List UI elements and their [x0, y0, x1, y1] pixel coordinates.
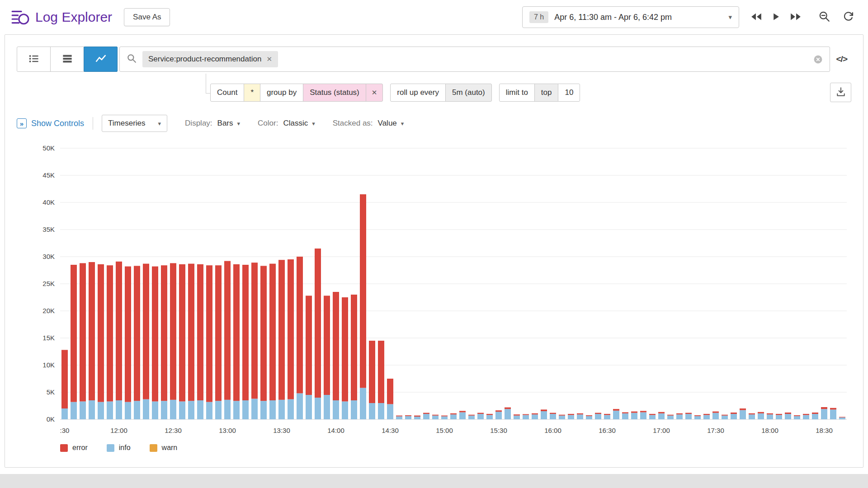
timeseries-chart[interactable]: 0K5K10K15K20K25K30K35K40K45K50K:3012:001…: [17, 144, 851, 442]
stacked-select[interactable]: Value ▾: [378, 119, 404, 128]
chart-legend: errorinfowarn: [60, 444, 851, 452]
query-connector-line: [206, 74, 210, 94]
query-limit-mode[interactable]: top: [534, 84, 559, 102]
line-chart-icon: [95, 53, 107, 66]
query-limit-value[interactable]: 10: [558, 84, 580, 102]
color-control: Color: Classic ▾: [258, 119, 315, 128]
svg-text:50K: 50K: [42, 144, 55, 152]
svg-text:20K: 20K: [42, 307, 55, 314]
datadog-logo-icon[interactable]: [11, 8, 30, 27]
play-icon: [772, 13, 780, 22]
query-groupby-label[interactable]: group by: [260, 84, 303, 102]
page-title: Log Explorer: [35, 9, 112, 25]
svg-text:15K: 15K: [42, 334, 55, 342]
display-control: Display: Bars ▾: [185, 119, 240, 128]
zoom-button[interactable]: [816, 8, 833, 27]
refresh-button[interactable]: [840, 8, 857, 27]
chart-controls-row: » Show Controls Timeseries ▾ Display: Ba…: [17, 115, 851, 132]
export-icon: [836, 87, 846, 98]
display-select[interactable]: Bars ▾: [217, 119, 241, 128]
time-step-back-button[interactable]: [747, 9, 765, 25]
svg-text:15:30: 15:30: [490, 427, 507, 434]
remove-groupby-icon[interactable]: ✕: [366, 84, 383, 102]
log-explorer-panel: Service:product-recommendation ✕ </> Cou…: [5, 34, 863, 468]
save-as-button[interactable]: Save As: [124, 8, 170, 26]
export-button[interactable]: [830, 83, 851, 102]
svg-text:12:00: 12:00: [110, 427, 127, 434]
query-pill-groups: Count * group by Status (status) ✕ roll …: [210, 84, 580, 102]
svg-text:13:30: 13:30: [273, 427, 290, 434]
query-row: Count * group by Status (status) ✕ roll …: [17, 83, 851, 102]
svg-text:0K: 0K: [47, 415, 55, 423]
svg-text::30: :30: [60, 427, 70, 434]
remove-filter-icon[interactable]: ✕: [266, 55, 272, 63]
color-label: Color:: [258, 119, 278, 128]
stacked-label: Stacked as:: [333, 119, 373, 128]
svg-text:18:30: 18:30: [816, 427, 833, 434]
query-rollup-group: roll up every 5m (auto): [390, 84, 491, 102]
double-arrow-right-icon: [790, 13, 802, 22]
refresh-icon: [843, 11, 854, 23]
legend-label-info: info: [119, 444, 131, 452]
color-value: Classic: [283, 119, 308, 128]
chart-type-select[interactable]: Timeseries ▾: [102, 115, 167, 132]
warn-swatch-icon: [150, 444, 157, 452]
legend-item-info[interactable]: info: [107, 444, 131, 452]
display-value: Bars: [217, 119, 233, 128]
view-chart-button[interactable]: [84, 47, 118, 72]
query-limit-group: limit to top 10: [499, 84, 580, 102]
svg-text:15:00: 15:00: [436, 427, 453, 434]
info-swatch-icon: [107, 444, 114, 452]
svg-text:10K: 10K: [42, 361, 55, 369]
legend-item-error[interactable]: error: [60, 444, 88, 452]
svg-text:40K: 40K: [42, 198, 55, 206]
double-arrow-left-icon: [750, 13, 762, 22]
time-range-text: Apr 6, 11:30 am - Apr 6, 6:42 pm: [554, 13, 672, 22]
svg-text:16:30: 16:30: [599, 427, 616, 434]
query-count-group: Count * group by Status (status) ✕: [210, 84, 383, 102]
query-limit-label: limit to: [499, 84, 535, 102]
chevron-down-icon: ▾: [158, 120, 161, 127]
view-list-button[interactable]: [17, 47, 51, 72]
app: Log Explorer Save As 7 h Apr 6, 11:30 am…: [0, 0, 868, 474]
svg-text:12:30: 12:30: [165, 427, 182, 434]
svg-text:35K: 35K: [42, 225, 55, 233]
chevron-down-icon: ▾: [237, 120, 241, 127]
time-range-picker[interactable]: 7 h Apr 6, 11:30 am - Apr 6, 6:42 pm ▾: [522, 6, 739, 28]
legend-label-error: error: [72, 444, 88, 452]
legend-label-warn: warn: [162, 444, 178, 452]
code-view-button[interactable]: </>: [832, 47, 851, 72]
time-play-button[interactable]: [769, 9, 783, 25]
view-switch-group: [17, 47, 117, 72]
stacked-value: Value: [378, 119, 397, 128]
chevron-down-icon: ▾: [728, 13, 732, 21]
display-label: Display:: [185, 119, 212, 128]
search-input[interactable]: Service:product-recommendation ✕: [119, 47, 830, 72]
query-count-value[interactable]: *: [244, 84, 260, 102]
clear-search-icon[interactable]: [813, 55, 823, 64]
svg-text:17:30: 17:30: [707, 427, 724, 434]
chart-type-value: Timeseries: [108, 119, 146, 128]
time-nav-buttons: [747, 9, 805, 25]
toolbar-row: Service:product-recommendation ✕ </>: [17, 47, 851, 72]
show-controls-label: Show Controls: [31, 119, 84, 128]
legend-item-warn[interactable]: warn: [150, 444, 178, 452]
vertical-divider: [93, 117, 93, 130]
chevron-down-icon: ▾: [401, 120, 404, 127]
show-controls-toggle[interactable]: » Show Controls: [17, 118, 84, 128]
query-groupby-value[interactable]: Status (status): [303, 84, 366, 102]
color-select[interactable]: Classic ▾: [283, 119, 315, 128]
top-header: Log Explorer Save As 7 h Apr 6, 11:30 am…: [0, 0, 868, 34]
query-count-label[interactable]: Count: [210, 84, 244, 102]
svg-text:25K: 25K: [42, 280, 55, 287]
list-view-icon: [28, 53, 39, 66]
query-rollup-label: roll up every: [390, 84, 446, 102]
svg-text:16:00: 16:00: [544, 427, 561, 434]
search-filter-pill[interactable]: Service:product-recommendation ✕: [142, 51, 278, 67]
svg-text:5K: 5K: [47, 388, 55, 396]
time-step-forward-button[interactable]: [787, 9, 805, 25]
error-swatch-icon: [60, 444, 68, 452]
search-filter-text: Service:product-recommendation: [148, 55, 261, 64]
query-rollup-value[interactable]: 5m (auto): [445, 84, 492, 102]
view-table-button[interactable]: [50, 47, 84, 72]
